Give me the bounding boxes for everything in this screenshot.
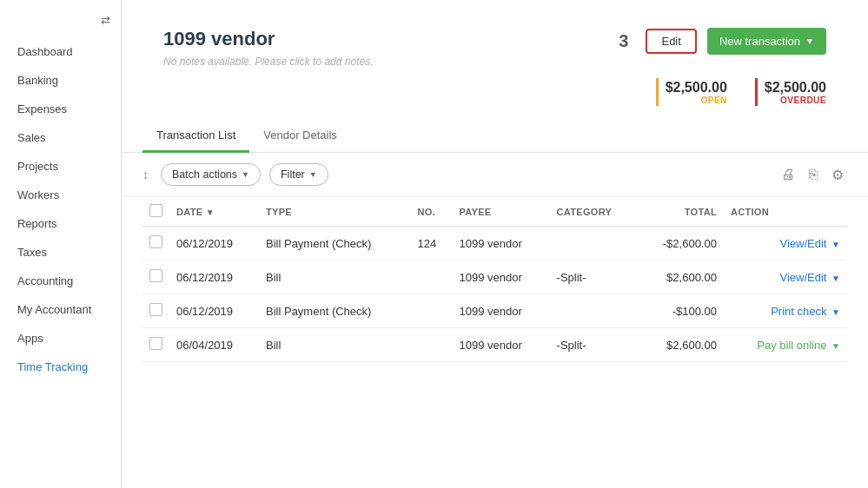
overdue-label: OVERDUE bbox=[765, 96, 826, 105]
badge-number: 3 bbox=[619, 31, 628, 51]
action-link-0[interactable]: View/Edit bbox=[780, 237, 827, 250]
amount-card-open: $2,500.00 OPEN bbox=[656, 78, 727, 106]
action-dropdown-2[interactable]: ▼ bbox=[832, 307, 840, 317]
open-label: OPEN bbox=[666, 96, 727, 105]
sidebar-item-workers[interactable]: Workers bbox=[0, 181, 121, 209]
col-header-category: CATEGORY bbox=[550, 197, 638, 227]
filter-button[interactable]: Filter ▼ bbox=[269, 163, 328, 186]
transaction-table-container: DATE ▼TYPENO.PAYEECATEGORYTOTALACTION 06… bbox=[122, 197, 868, 488]
cell-total-3: $2,600.00 bbox=[638, 328, 724, 362]
batch-actions-arrow-icon: ▼ bbox=[242, 170, 249, 179]
cell-no-1 bbox=[411, 260, 453, 294]
cell-category-0 bbox=[550, 227, 638, 260]
cell-total-1: $2,600.00 bbox=[638, 260, 724, 294]
batch-actions-label: Batch actions bbox=[172, 168, 237, 181]
open-value: $2,500.00 bbox=[666, 80, 727, 96]
select-all-checkbox[interactable] bbox=[149, 204, 162, 217]
dropdown-arrow-icon: ▼ bbox=[805, 36, 814, 46]
overdue-value: $2,500.00 bbox=[765, 80, 826, 96]
sidebar-item-projects[interactable]: Projects bbox=[0, 152, 121, 181]
action-link-2[interactable]: Print check bbox=[771, 305, 826, 318]
open-bar bbox=[656, 78, 659, 106]
sidebar-item-dashboard[interactable]: Dashboard bbox=[0, 37, 121, 66]
batch-actions-button[interactable]: Batch actions ▼ bbox=[161, 163, 261, 186]
row-select-checkbox-3[interactable] bbox=[149, 337, 162, 350]
col-header-action: ACTION bbox=[724, 197, 847, 227]
new-transaction-button[interactable]: New transaction ▼ bbox=[707, 28, 826, 55]
sidebar-item-apps[interactable]: Apps bbox=[0, 324, 121, 353]
page-title: 1099 vendor bbox=[163, 28, 619, 50]
cell-date-0: 06/12/2019 bbox=[169, 227, 259, 260]
cell-total-2: -$100.00 bbox=[638, 294, 724, 328]
sidebar-item-expenses[interactable]: Expenses bbox=[0, 95, 121, 123]
edit-button[interactable]: Edit bbox=[646, 29, 696, 54]
sidebar-item-my-accountant[interactable]: My Accountant bbox=[0, 295, 121, 324]
cell-action-2: Print check ▼ bbox=[724, 294, 847, 328]
sidebar-item-banking[interactable]: Banking bbox=[0, 66, 121, 95]
action-link-3[interactable]: Pay bill online bbox=[757, 339, 826, 352]
cell-type-1: Bill bbox=[259, 260, 411, 294]
cell-type-3: Bill bbox=[259, 328, 411, 362]
action-link-1[interactable]: View/Edit bbox=[780, 271, 827, 284]
action-dropdown-0[interactable]: ▼ bbox=[832, 240, 840, 249]
header: 1099 vendor No notes available. Please c… bbox=[142, 14, 847, 75]
copy-icon: ⎘ bbox=[809, 167, 818, 181]
row-checkbox-1 bbox=[142, 260, 169, 294]
row-checkbox-0 bbox=[142, 227, 169, 260]
cell-type-2: Bill Payment (Check) bbox=[259, 294, 411, 328]
filter-arrow-icon: ▼ bbox=[309, 170, 317, 179]
col-header-total: TOTAL bbox=[638, 197, 724, 227]
print-icon: 🖨 bbox=[781, 167, 795, 181]
sidebar: ⇄ DashboardBankingExpensesSalesProjectsW… bbox=[0, 0, 122, 488]
cell-payee-0: 1099 vendor bbox=[452, 227, 549, 260]
table-row: 06/12/2019Bill1099 vendor-Split-$2,600.0… bbox=[142, 260, 847, 294]
transaction-table: DATE ▼TYPENO.PAYEECATEGORYTOTALACTION 06… bbox=[142, 197, 847, 362]
sidebar-item-time-tracking[interactable]: Time Tracking bbox=[0, 353, 121, 381]
tab-vendor-details[interactable]: Vendor Details bbox=[249, 120, 351, 153]
cell-total-0: -$2,600.00 bbox=[638, 227, 724, 260]
action-dropdown-3[interactable]: ▼ bbox=[832, 341, 840, 351]
cell-action-1: View/Edit ▼ bbox=[724, 260, 847, 294]
col-header-type: TYPE bbox=[259, 197, 411, 227]
action-dropdown-1[interactable]: ▼ bbox=[832, 274, 840, 283]
cell-type-0: Bill Payment (Check) bbox=[259, 227, 411, 260]
new-transaction-label: New transaction bbox=[719, 35, 800, 48]
cell-no-3 bbox=[411, 328, 453, 362]
print-button[interactable]: 🖨 bbox=[778, 165, 798, 184]
cell-payee-1: 1099 vendor bbox=[452, 260, 549, 294]
col-header-date[interactable]: DATE ▼ bbox=[169, 197, 259, 227]
cell-action-0: View/Edit ▼ bbox=[724, 227, 847, 260]
copy-button[interactable]: ⎘ bbox=[805, 165, 821, 184]
sidebar-toggle[interactable]: ⇄ bbox=[0, 14, 121, 37]
row-checkbox-2 bbox=[142, 294, 169, 328]
cell-date-2: 06/12/2019 bbox=[169, 294, 259, 328]
row-checkbox-3 bbox=[142, 328, 169, 362]
table-row: 06/12/2019Bill Payment (Check)1099 vendo… bbox=[142, 294, 847, 328]
table-select-all-header bbox=[142, 197, 169, 227]
table-row: 06/04/2019Bill1099 vendor-Split-$2,600.0… bbox=[142, 328, 847, 362]
sidebar-item-sales[interactable]: Sales bbox=[0, 123, 121, 152]
cell-category-2 bbox=[550, 294, 638, 328]
notes-text[interactable]: No notes available. Please click to add … bbox=[163, 56, 619, 68]
cell-category-3: -Split- bbox=[550, 328, 638, 362]
tab-transaction-list[interactable]: Transaction List bbox=[142, 120, 249, 153]
toolbar: ↕ Batch actions ▼ Filter ▼ 🖨 ⎘ ⚙ bbox=[122, 153, 868, 197]
main-content: 1099 vendor No notes available. Please c… bbox=[122, 0, 868, 488]
row-select-checkbox-0[interactable] bbox=[149, 235, 162, 248]
row-select-checkbox-2[interactable] bbox=[149, 303, 162, 316]
sidebar-item-taxes[interactable]: Taxes bbox=[0, 238, 121, 267]
sort-icon: ↕ bbox=[142, 168, 149, 181]
cell-no-0: 124 bbox=[411, 227, 453, 260]
sidebar-item-reports[interactable]: Reports bbox=[0, 209, 121, 238]
settings-button[interactable]: ⚙ bbox=[828, 165, 847, 185]
col-header-no: NO. bbox=[411, 197, 453, 227]
date-sort-icon: ▼ bbox=[206, 208, 215, 217]
cell-payee-3: 1099 vendor bbox=[452, 328, 549, 362]
overdue-bar bbox=[755, 78, 758, 106]
amount-card-overdue: $2,500.00 OVERDUE bbox=[755, 78, 826, 106]
cell-action-3: Pay bill online ▼ bbox=[724, 328, 847, 362]
row-select-checkbox-1[interactable] bbox=[149, 269, 162, 282]
toggle-icon: ⇄ bbox=[101, 14, 110, 27]
sidebar-item-accounting[interactable]: Accounting bbox=[0, 267, 121, 295]
tabs: Transaction ListVendor Details bbox=[122, 120, 868, 153]
